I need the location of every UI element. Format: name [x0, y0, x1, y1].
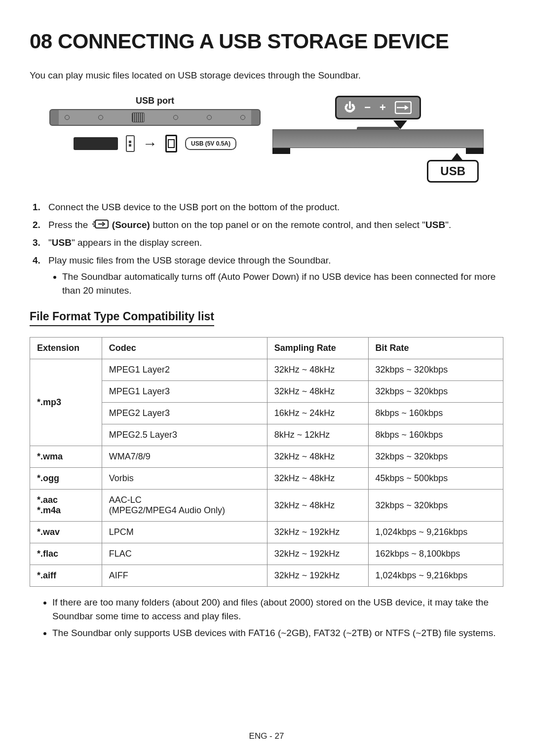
compatibility-table: Extension Codec Sampling Rate Bit Rate *… [30, 337, 503, 587]
cell-sampling-rate: 32kHz ~ 192kHz [267, 522, 368, 543]
cell-extension: *.flac [30, 543, 102, 565]
cell-sampling-rate: 32kHz ~ 192kHz [267, 543, 368, 565]
usb-socket-label: USB (5V 0.5A) [185, 137, 236, 150]
cell-extension: *.wav [30, 522, 102, 543]
step-2: Press the (Source) button on the top pan… [37, 218, 503, 232]
cell-codec: MPEG2.5 Layer3 [102, 424, 267, 446]
cell-sampling-rate: 16kHz ~ 24kHz [267, 403, 368, 424]
cell-bit-rate: 32kbps ~ 320kbps [368, 359, 503, 381]
diagram-row: USB port → USB (5V 0.5A) ⏻ − + [49, 96, 484, 183]
table-row: *.mp3MPEG1 Layer232kHz ~ 48kHz32kbps ~ 3… [30, 359, 503, 381]
diagram-left: USB port → USB (5V 0.5A) [49, 96, 261, 152]
cell-extension: *.aac *.m4a [30, 490, 102, 522]
page-number: ENG - 27 [0, 731, 533, 741]
soundbar-top-illustration [49, 109, 261, 126]
cell-bit-rate: 45kbps ~ 500kbps [368, 468, 503, 490]
step-4-bullet-1: The Soundbar automatically turns off (Au… [62, 270, 503, 297]
cell-codec: WMA7/8/9 [102, 446, 267, 468]
cell-bit-rate: 32kbps ~ 320kbps [368, 490, 503, 522]
cell-bit-rate: 32kbps ~ 320kbps [368, 446, 503, 468]
th-extension: Extension [30, 338, 102, 359]
cell-codec: LPCM [102, 522, 267, 543]
cell-bit-rate: 32kbps ~ 320kbps [368, 381, 503, 403]
source-icon [395, 101, 412, 114]
note-2: The Soundbar only supports USB devices w… [52, 626, 503, 640]
intro-text: You can play music files located on USB … [30, 70, 503, 81]
step-4: Play music files from the USB storage de… [37, 254, 503, 298]
cell-codec: Vorbis [102, 468, 267, 490]
th-bit-rate: Bit Rate [368, 338, 503, 359]
plus-icon: + [380, 101, 386, 114]
source-inline-icon [92, 219, 109, 232]
cell-extension: *.aiff [30, 565, 102, 587]
cell-extension: *.wma [30, 446, 102, 468]
table-row: *.wavLPCM32kHz ~ 192kHz1,024kbps ~ 9,216… [30, 522, 503, 543]
section-subtitle: File Format Type Compatibility list [30, 310, 214, 326]
steps-list: Connect the USB device to the USB port o… [37, 200, 503, 297]
cell-codec: MPEG1 Layer3 [102, 381, 267, 403]
power-icon: ⏻ [344, 101, 355, 114]
arrow-right-icon: → [143, 135, 157, 152]
usb-plug-icon [126, 135, 135, 152]
remote-panel-illustration: ⏻ − + [335, 96, 421, 119]
cell-bit-rate: 8kbps ~ 160kbps [368, 424, 503, 446]
cell-codec: AAC-LC (MPEG2/MPEG4 Audio Only) [102, 490, 267, 522]
cell-bit-rate: 162kbps ~ 8,100kbps [368, 543, 503, 565]
usb-stick-icon [74, 137, 118, 150]
minus-icon: − [364, 101, 371, 114]
cell-sampling-rate: 8kHz ~ 12kHz [267, 424, 368, 446]
th-codec: Codec [102, 338, 267, 359]
diagram-right: ⏻ − + USB [272, 96, 484, 183]
step-4-bullets: The Soundbar automatically turns off (Au… [62, 270, 503, 297]
cell-sampling-rate: 32kHz ~ 192kHz [267, 565, 368, 587]
table-header-row: Extension Codec Sampling Rate Bit Rate [30, 338, 503, 359]
cell-codec: FLAC [102, 543, 267, 565]
note-1: If there are too many folders (about 200… [52, 596, 503, 623]
usb-display-text: USB [427, 160, 479, 183]
cell-sampling-rate: 32kHz ~ 48kHz [267, 381, 368, 403]
cell-extension: *.ogg [30, 468, 102, 490]
cell-extension: *.mp3 [30, 359, 102, 446]
cell-sampling-rate: 32kHz ~ 48kHz [267, 359, 368, 381]
cell-bit-rate: 1,024kbps ~ 9,216kbps [368, 522, 503, 543]
notes-list: If there are too many folders (about 200… [52, 596, 503, 640]
step-1: Connect the USB device to the USB port o… [37, 200, 503, 214]
cell-sampling-rate: 32kHz ~ 48kHz [267, 446, 368, 468]
table-row: *.oggVorbis32kHz ~ 48kHz45kbps ~ 500kbps [30, 468, 503, 490]
page-title: 08 CONNECTING A USB STORAGE DEVICE [30, 30, 503, 53]
cell-codec: AIFF [102, 565, 267, 587]
cell-bit-rate: 1,024kbps ~ 9,216kbps [368, 565, 503, 587]
table-row: *.aac *.m4aAAC-LC (MPEG2/MPEG4 Audio Onl… [30, 490, 503, 522]
usb-connection-illustration: → USB (5V 0.5A) [49, 135, 261, 152]
usb-socket-icon [165, 135, 177, 152]
table-row: *.wmaWMA7/8/932kHz ~ 48kHz32kbps ~ 320kb… [30, 446, 503, 468]
usb-port-label: USB port [49, 96, 261, 106]
cell-sampling-rate: 32kHz ~ 48kHz [267, 490, 368, 522]
soundbar-front-illustration [272, 129, 484, 154]
step-3: "USB" appears in the display screen. [37, 236, 503, 250]
table-row: *.aiffAIFF32kHz ~ 192kHz1,024kbps ~ 9,21… [30, 565, 503, 587]
cell-codec: MPEG1 Layer2 [102, 359, 267, 381]
cell-bit-rate: 8kbps ~ 160kbps [368, 403, 503, 424]
cell-codec: MPEG2 Layer3 [102, 403, 267, 424]
th-sampling-rate: Sampling Rate [267, 338, 368, 359]
cell-sampling-rate: 32kHz ~ 48kHz [267, 468, 368, 490]
table-row: *.flacFLAC32kHz ~ 192kHz162kbps ~ 8,100k… [30, 543, 503, 565]
